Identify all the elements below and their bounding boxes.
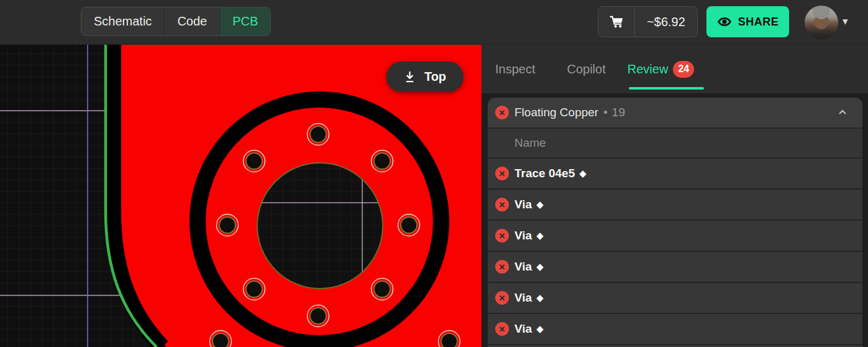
error-icon: ✕ bbox=[495, 198, 509, 211]
layer-select-button[interactable]: Top bbox=[386, 62, 464, 92]
tab-review[interactable]: Review 24 bbox=[628, 61, 695, 78]
panel-tab-bar: Inspect Copilot Review 24 bbox=[482, 45, 868, 93]
download-icon bbox=[404, 70, 416, 83]
error-icon: ✕ bbox=[495, 291, 509, 305]
chevron-up-icon[interactable] bbox=[838, 108, 847, 118]
layer-button-label: Top bbox=[424, 70, 446, 84]
avatar[interactable] bbox=[805, 6, 838, 39]
error-icon: ✕ bbox=[495, 260, 509, 274]
issue-row-trace[interactable]: ✕ Trace 04e5 ◆ bbox=[488, 157, 862, 188]
cart-icon bbox=[608, 14, 624, 30]
issue-row-label: Trace 04e5 bbox=[514, 167, 575, 180]
share-button[interactable]: SHARE bbox=[706, 6, 789, 37]
active-tab-underline bbox=[629, 87, 704, 90]
issue-group-separator: • bbox=[603, 106, 608, 119]
issue-row-via[interactable]: ✕ Via ◆ bbox=[488, 251, 862, 282]
via bbox=[244, 150, 265, 172]
estimated-price: ~$6.92 bbox=[635, 7, 697, 37]
eye-icon bbox=[717, 14, 732, 29]
via bbox=[308, 305, 329, 327]
tab-copilot[interactable]: Copilot bbox=[567, 62, 605, 76]
tab-pcb[interactable]: PCB bbox=[219, 7, 270, 35]
diamond-icon: ◆ bbox=[579, 168, 587, 179]
via bbox=[372, 150, 393, 172]
issue-row-label: Via bbox=[514, 229, 532, 243]
caret-down-icon[interactable]: ▾ bbox=[843, 15, 848, 28]
tab-review-label: Review bbox=[628, 62, 669, 76]
issue-row-label: Via bbox=[514, 260, 532, 274]
issue-row-label: Via bbox=[514, 198, 532, 211]
via bbox=[217, 215, 239, 236]
issue-group-header[interactable]: ✕ Floating Copper • 19 bbox=[488, 98, 862, 127]
diamond-icon: ◆ bbox=[536, 230, 544, 241]
tab-schematic[interactable]: Schematic bbox=[81, 7, 164, 35]
top-bar: Schematic Code PCB ~$6.92 SHARE ▾ bbox=[0, 0, 868, 45]
issue-row-via[interactable]: ✕ Via ◆ bbox=[488, 313, 862, 344]
issue-row-via[interactable]: ✕ Via ◆ bbox=[488, 344, 862, 347]
cart-button[interactable] bbox=[598, 7, 635, 37]
error-icon: ✕ bbox=[495, 167, 509, 180]
share-label: SHARE bbox=[738, 16, 779, 29]
view-tab-group: Schematic Code PCB bbox=[81, 7, 271, 36]
error-icon: ✕ bbox=[495, 322, 509, 336]
column-header-name: Name bbox=[488, 127, 862, 157]
issue-row-via[interactable]: ✕ Via ◆ bbox=[488, 220, 862, 251]
review-count-badge: 24 bbox=[673, 61, 694, 78]
via bbox=[308, 124, 329, 146]
diamond-icon: ◆ bbox=[536, 323, 544, 335]
review-issue-card: ✕ Floating Copper • 19 Name ✕ Trace 04e5… bbox=[488, 98, 862, 347]
cart-price-group[interactable]: ~$6.92 bbox=[598, 6, 698, 37]
tab-code[interactable]: Code bbox=[164, 7, 219, 35]
issue-row-label: Via bbox=[514, 291, 532, 305]
right-panel: Inspect Copilot Review 24 ✕ Floating Cop… bbox=[482, 45, 868, 347]
error-icon: ✕ bbox=[495, 106, 509, 119]
error-icon: ✕ bbox=[495, 229, 509, 243]
diamond-icon: ◆ bbox=[536, 199, 544, 210]
issue-row-via[interactable]: ✕ Via ◆ bbox=[488, 282, 862, 313]
diamond-icon: ◆ bbox=[536, 261, 544, 272]
via bbox=[372, 279, 393, 300]
issue-group-title: Floating Copper bbox=[514, 106, 598, 119]
issue-group-count: 19 bbox=[612, 106, 625, 119]
board-cutout-hole bbox=[257, 163, 383, 289]
tab-inspect[interactable]: Inspect bbox=[495, 62, 535, 76]
via bbox=[244, 279, 265, 300]
issue-row-via[interactable]: ✕ Via ◆ bbox=[488, 188, 862, 220]
diamond-icon: ◆ bbox=[536, 292, 544, 303]
via bbox=[398, 215, 420, 236]
issue-row-label: Via bbox=[514, 322, 532, 336]
